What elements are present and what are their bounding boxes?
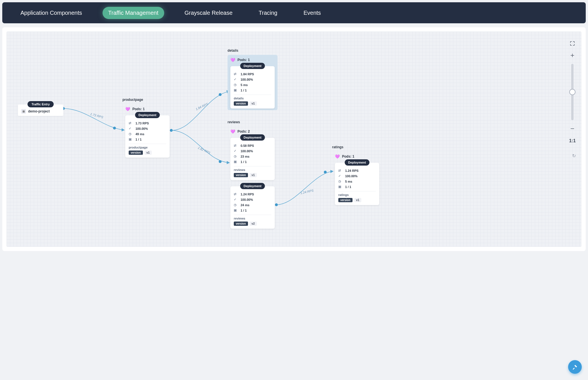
tag-key: version (234, 173, 248, 177)
tag-key: version (129, 151, 143, 155)
tag-key: version (234, 222, 248, 226)
pods-count: Pods: 2 (237, 130, 250, 133)
clock-icon: ◷ (234, 203, 238, 207)
topology-canvas[interactable]: 1.73 RPS 1.84 RPS 1.82 RPS 1.24 RPS Traf… (7, 32, 581, 247)
pod-icon: ▣ (234, 208, 238, 212)
service-reviews[interactable]: reviews 💚 Pods: 2 Deployment ⇄0.58 RPS ✓… (228, 120, 278, 230)
tag-val: v1 (250, 101, 257, 106)
heart-icon: 💚 (335, 154, 340, 159)
tab-grayscale-release[interactable]: Grayscale Release (179, 7, 238, 19)
svg-point-6 (324, 171, 327, 174)
svg-point-3 (219, 93, 222, 96)
deployment-pill: Deployment (240, 134, 265, 141)
metric-success: 100.00% (135, 127, 148, 130)
clock-icon: ◷ (338, 179, 342, 183)
tab-tracing[interactable]: Tracing (253, 7, 283, 19)
refresh-button[interactable]: ↻ (572, 153, 576, 158)
deployment-pill: Deployment (240, 183, 265, 189)
project-name: demo-project (28, 109, 50, 113)
metric-latency: 23 ms (241, 155, 249, 158)
metric-latency: 49 ms (135, 132, 144, 136)
pod-icon: ▣ (234, 88, 238, 92)
pod-icon: ▣ (234, 160, 238, 164)
tag-key: version (338, 198, 353, 202)
metric-replicas: 1 / 1 (241, 89, 247, 92)
check-icon: ✓ (234, 198, 238, 201)
check-icon: ✓ (129, 127, 133, 130)
deployment-pill: Deployment (345, 159, 370, 166)
service-title: ratings (332, 145, 382, 149)
rps-icon: ⇄ (234, 72, 238, 76)
metric-success: 100.00% (241, 198, 253, 201)
rps-icon: ⇄ (338, 169, 342, 172)
service-details[interactable]: details 💚 Pods: 1 Deployment ⇄1.84 RPS ✓… (228, 49, 278, 110)
zoom-ratio[interactable]: 1:1 (569, 138, 576, 143)
metric-rps: 1.73 RPS (135, 122, 149, 125)
heart-icon: 💚 (230, 129, 235, 134)
deployment-name: productpage (129, 146, 166, 149)
svg-point-1 (113, 127, 116, 130)
service-productpage[interactable]: productpage 💚 Pods: 1 Deployment ⇄1.73 R… (122, 98, 172, 159)
check-icon: ✓ (338, 174, 342, 178)
pods-count: Pods: 1 (342, 154, 354, 158)
deployment-card[interactable]: Deployment ⇄1.24 RPS ✓100.00% ◷24 ms ▣1 … (230, 186, 275, 229)
pod-icon: ▣ (338, 185, 342, 189)
tag-val: v2 (250, 222, 257, 226)
tag-val: v1 (354, 198, 361, 202)
tag-key: version (234, 101, 248, 106)
clock-icon: ◷ (129, 132, 133, 136)
pods-count: Pods: 1 (132, 107, 145, 111)
service-ratings[interactable]: ratings 💚 Pods: 1 Deployment ⇄1.24 RPS ✓… (332, 145, 382, 207)
fullscreen-button[interactable] (569, 40, 576, 47)
metric-latency: 24 ms (241, 203, 249, 207)
project-icon: ▦ (21, 109, 26, 114)
edge-label: 1.24 RPS (300, 189, 314, 195)
deployment-name: reviews (234, 168, 271, 172)
check-icon: ✓ (234, 149, 238, 153)
clock-icon: ◷ (234, 83, 238, 87)
metric-replicas: 1 / 1 (241, 209, 247, 212)
zoom-out-button[interactable] (569, 125, 576, 132)
metric-success: 100.00% (241, 78, 253, 81)
deployment-pill: Deployment (135, 112, 160, 118)
edge-layer (7, 32, 581, 247)
deployment-card[interactable]: Deployment ⇄1.73 RPS ✓100.00% ◷49 ms ▣1 … (125, 115, 170, 158)
tab-traffic-management[interactable]: Traffic Management (103, 7, 164, 19)
edge-label: 1.84 RPS (195, 102, 209, 111)
deployment-card[interactable]: Deployment ⇄0.58 RPS ✓100.00% ◷23 ms ▣1 … (230, 138, 275, 180)
heart-icon: 💚 (230, 58, 235, 62)
rps-icon: ⇄ (234, 192, 238, 196)
edge-label: 1.82 RPS (197, 146, 211, 155)
metric-latency: 5 ms (345, 180, 352, 183)
pod-icon: ▣ (129, 137, 133, 141)
metric-latency: 5 ms (241, 83, 248, 87)
metric-rps: 1.24 RPS (345, 169, 358, 172)
traffic-entry-node[interactable]: Traffic Entry ▦ demo-project (18, 101, 63, 116)
metric-replicas: 1 / 1 (241, 160, 247, 164)
fab-button[interactable] (568, 360, 582, 374)
deployment-card[interactable]: Deployment ⇄1.24 RPS ✓100.00% ◷5 ms ▣1 /… (335, 163, 379, 205)
tab-events[interactable]: Events (298, 7, 326, 19)
deployment-name: details (234, 97, 271, 100)
rps-icon: ⇄ (129, 121, 133, 125)
deployment-card[interactable]: Deployment ⇄1.84 RPS ✓100.00% ◷5 ms ▣1 /… (230, 66, 275, 108)
top-nav: Application Components Traffic Managemen… (2, 2, 586, 23)
zoom-in-button[interactable] (569, 52, 576, 59)
metric-rps: 1.84 RPS (241, 72, 254, 76)
deployment-name: ratings (338, 193, 376, 197)
metric-replicas: 1 / 1 (135, 138, 141, 141)
heart-icon: 💚 (125, 107, 130, 111)
metric-rps: 1.24 RPS (241, 193, 254, 196)
pods-count: Pods: 1 (237, 58, 250, 62)
zoom-slider-thumb[interactable] (569, 89, 576, 95)
tab-application-components[interactable]: Application Components (15, 7, 88, 19)
traffic-entry-pill: Traffic Entry (28, 101, 54, 107)
rps-icon: ⇄ (234, 144, 238, 147)
zoom-controls: 1:1 (569, 40, 576, 143)
edge-label: 1.73 RPS (90, 112, 104, 119)
zoom-slider[interactable] (571, 64, 574, 120)
svg-point-4 (219, 160, 222, 163)
tag-val: v1 (250, 173, 257, 177)
clock-icon: ◷ (234, 154, 238, 158)
check-icon: ✓ (234, 78, 238, 81)
